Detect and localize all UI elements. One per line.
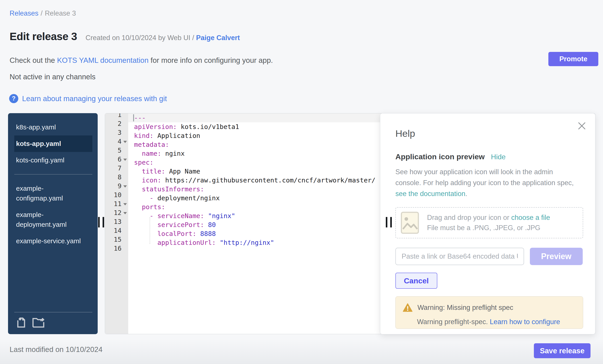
file-item-example-deployment-yaml[interactable]: example-deployment.yaml (14, 207, 92, 233)
gutter-line-15: 15 (105, 235, 128, 244)
warning-box: Warning: Missing preflight spec Warning … (395, 296, 583, 329)
gutter-line-7: 7 (105, 164, 128, 173)
help-panel-resize-handle[interactable] (386, 217, 392, 227)
fold-spacer (122, 190, 128, 199)
fold-spacer (122, 173, 128, 182)
kots-yaml-docs-link[interactable]: KOTS YAML documentation (57, 56, 149, 64)
warning-title: Warning: Missing preflight spec (417, 304, 513, 312)
sidebar-resize-handle[interactable] (98, 217, 104, 227)
fold-arrow-icon-line-12[interactable] (122, 208, 128, 217)
gutter-line-4: 4 (105, 137, 128, 146)
fold-spacer (122, 146, 128, 155)
file-item-example-service-yaml[interactable]: example-service.yaml (14, 233, 92, 249)
cancel-button[interactable]: Cancel (395, 273, 437, 289)
gutter-line-9: 9 (105, 182, 128, 190)
fold-spacer (122, 164, 128, 173)
warning-triangle-icon (403, 303, 413, 312)
git-help-row: ? Learn about managing your releases wit… (9, 94, 167, 103)
intro-before: Check out the (10, 56, 57, 64)
gutter-line-12: 12 (105, 208, 128, 217)
gutter-line-2: 2 (105, 119, 128, 128)
breadcrumb-releases-link[interactable]: Releases (10, 9, 38, 17)
created-info: Created on 10/10/2024 by Web UI / Paige … (86, 34, 240, 42)
title-row: Edit release 3 Created on 10/10/2024 by … (10, 30, 240, 43)
gutter-line-10: 10 (105, 190, 128, 199)
fold-spacer (122, 128, 128, 137)
workspace: k8s-app.yamlkots-app.yamlkots-config.yam… (8, 113, 595, 334)
edit-release-page: Releases/Release 3 Edit release 3 Create… (0, 0, 603, 364)
file-list-divider (14, 174, 92, 175)
file-item-k8s-app-yaml[interactable]: k8s-app.yaml (14, 119, 92, 135)
choose-file-link[interactable]: choose a file (511, 214, 550, 221)
preview-button[interactable]: Preview (530, 248, 583, 265)
new-file-icon[interactable] (16, 317, 28, 328)
fold-arrow-icon-line-6[interactable] (122, 155, 128, 164)
file-sidebar: k8s-app.yamlkots-app.yamlkots-config.yam… (8, 113, 98, 334)
icon-dropzone[interactable]: Drag and drop your icon or choose a file… (395, 207, 583, 238)
intro-text: Check out the KOTS YAML documentation fo… (10, 56, 273, 65)
gutter-line-16: 16 (105, 244, 128, 253)
dropzone-text: Drag and drop your icon or (427, 214, 511, 221)
last-modified-text: Last modified on 10/10/2024 (10, 345, 102, 354)
fold-spacer (122, 113, 128, 119)
fold-spacer (122, 217, 128, 226)
warning-configure-link[interactable]: Learn how to configure (490, 318, 560, 326)
text-cursor (133, 114, 134, 121)
git-releases-link[interactable]: Learn about managing your releases with … (22, 94, 167, 103)
hide-link[interactable]: Hide (491, 153, 506, 161)
icon-url-input[interactable] (395, 248, 524, 265)
question-mark-icon: ? (9, 94, 18, 103)
close-icon[interactable] (578, 122, 586, 130)
fold-spacer (122, 119, 128, 128)
image-placeholder-icon (401, 212, 419, 234)
created-author-link[interactable]: Paige Calvert (196, 34, 240, 42)
file-list: k8s-app.yamlkots-app.yamlkots-config.yam… (8, 113, 98, 249)
fold-arrow-icon-line-4[interactable] (122, 137, 128, 146)
fold-arrow-icon-line-11[interactable] (122, 199, 128, 208)
dropzone-file-requirements: File must be a .PNG, .JPEG, or .JPG (427, 224, 550, 232)
created-text: Created on 10/10/2024 by Web UI / (86, 34, 196, 42)
sidebar-bottom (8, 312, 98, 334)
warning-detail-text: Warning preflight-spec. (417, 318, 490, 326)
fold-arrow-icon-line-9[interactable] (122, 182, 128, 190)
gutter-line-8: 8 (105, 173, 128, 182)
breadcrumb: Releases/Release 3 (10, 9, 76, 17)
description-period: . (465, 190, 467, 198)
see-documentation-link[interactable]: see the documentation (395, 190, 465, 198)
description-text: See how your application icon will look … (395, 168, 574, 187)
gutter-line-3: 3 (105, 128, 128, 137)
gutter-line-1: 1 (105, 113, 128, 119)
save-release-button[interactable]: Save release (534, 343, 591, 358)
page-title: Edit release 3 (10, 30, 77, 43)
gutter-line-11: 11 (105, 199, 128, 208)
question-glyph: ? (12, 95, 16, 102)
fold-spacer (122, 226, 128, 235)
file-item-kots-config-yaml[interactable]: kots-config.yaml (14, 152, 92, 168)
gutter-line-6: 6 (105, 155, 128, 164)
help-title: Help (395, 128, 583, 139)
gutter-line-13: 13 (105, 217, 128, 226)
icon-preview-title: Application icon preview (395, 152, 485, 161)
fold-spacer (122, 235, 128, 244)
help-panel: Help Application icon preview Hide See h… (380, 113, 595, 334)
icon-preview-description: See how your application icon will look … (395, 166, 580, 199)
file-item-kots-app-yaml[interactable]: kots-app.yaml (14, 135, 92, 152)
intro-after: for more info on configuring your app. (149, 56, 273, 64)
editor-gutter: 12345678910111213141516 (105, 113, 128, 334)
new-folder-icon[interactable] (32, 317, 45, 328)
breadcrumb-separator: / (41, 9, 43, 17)
file-item-example-configmap-yaml[interactable]: example-configmap.yaml (14, 180, 92, 207)
channel-status: Not active in any channels (10, 73, 95, 81)
promote-button[interactable]: Promote (548, 52, 598, 66)
fold-spacer (122, 244, 128, 253)
breadcrumb-current: Release 3 (45, 9, 76, 17)
gutter-line-5: 5 (105, 146, 128, 155)
gutter-line-14: 14 (105, 226, 128, 235)
